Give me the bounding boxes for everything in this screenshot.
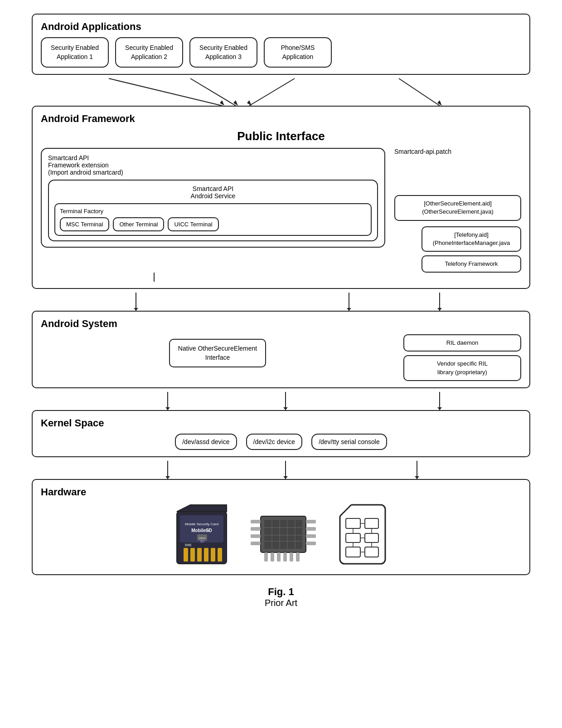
svg-rect-62: [306, 520, 316, 523]
svg-rect-75: [346, 547, 360, 557]
msc-terminal: MSC Terminal: [60, 217, 109, 231]
smartcard-api-framework-label: Smartcard APIFramework extension(Import …: [48, 154, 378, 176]
svg-rect-73: [346, 533, 360, 542]
svg-rect-40: [211, 548, 215, 562]
framework-connector-svg: [41, 273, 521, 282]
other-terminal: Other Terminal: [113, 217, 164, 231]
connector-svg-1: [32, 78, 530, 106]
native-interface-box: Native OtherSecureElementInterface: [169, 339, 266, 367]
fig-number: Fig. 1: [32, 586, 530, 598]
kernel-space-title: Kernel Space: [41, 417, 521, 429]
android-framework-layer: Android Framework Public Interface Smart…: [32, 106, 530, 289]
terminal-factory-label: Terminal Factory: [60, 208, 366, 215]
svg-marker-20: [437, 407, 442, 410]
svg-rect-41: [218, 548, 222, 562]
figure-caption: Fig. 1 Prior Art: [32, 586, 530, 608]
svg-marker-6: [247, 100, 252, 106]
svg-line-0: [109, 78, 222, 106]
android-system-layer: Android System Native OtherSecureElement…: [32, 311, 530, 388]
svg-rect-72: [365, 518, 378, 528]
svg-text:Mobile Security Card: Mobile Security Card: [185, 522, 218, 526]
svg-rect-37: [190, 548, 195, 562]
diagram: Android Applications Security EnabledApp…: [32, 14, 530, 608]
svg-rect-38: [197, 548, 202, 562]
kernel-space-layer: Kernel Space /dev/assd device /dev/i2c d…: [32, 410, 530, 457]
svg-rect-76: [365, 547, 378, 557]
svg-marker-28: [177, 505, 227, 512]
app-security-1: Security EnabledApplication 1: [41, 37, 109, 68]
svg-rect-36: [184, 548, 188, 562]
svg-rect-59: [251, 527, 261, 531]
svg-rect-64: [306, 534, 316, 538]
app-security-3: Security EnabledApplication 3: [189, 37, 257, 68]
android-applications-title: Android Applications: [41, 21, 521, 33]
smartcard-api-patch-label: Smartcard-api.patch: [394, 148, 521, 155]
svg-line-2: [249, 78, 295, 106]
svg-rect-60: [251, 534, 261, 538]
svg-rect-71: [346, 518, 360, 528]
assd-device-box: /dev/assd device: [175, 434, 237, 450]
svg-rect-65: [306, 542, 316, 545]
svg-marker-26: [415, 476, 419, 479]
svg-rect-52: [264, 552, 268, 562]
kernel-content: /dev/assd device /dev/i2c device /dev/tt…: [41, 434, 521, 450]
ril-daemon-box: RIL daemon: [403, 334, 521, 352]
svg-line-3: [399, 78, 440, 106]
kernel-hardware-svg: [32, 461, 530, 479]
svg-rect-54: [277, 552, 281, 562]
svg-rect-56: [290, 552, 293, 562]
app-phone-sms: Phone/SMSApplication: [264, 37, 332, 68]
sim-card-svg: [338, 503, 388, 566]
app-to-framework-connectors: [32, 78, 530, 106]
public-interface-label: Public Interface: [41, 129, 521, 143]
sd-card: Mobile Security Card MobileSD Lite micro…: [174, 503, 229, 568]
svg-rect-53: [271, 552, 274, 562]
ril-col: RIL daemon Vendor specific RILlibrary (p…: [403, 334, 521, 381]
fig-subtitle: Prior Art: [32, 598, 530, 608]
other-secure-element-box: [OtherSecureElement.aid](OtherSecureElem…: [394, 195, 521, 220]
android-framework-title: Android Framework: [41, 113, 521, 125]
svg-marker-22: [165, 476, 170, 479]
system-to-kernel-connector: [32, 392, 530, 410]
svg-rect-55: [283, 552, 287, 562]
svg-rect-58: [251, 520, 261, 523]
vendor-ril-box: Vendor specific RILlibrary (proprietary): [403, 355, 521, 381]
smartcard-outer-box: Smartcard APIFramework extension(Import …: [41, 148, 385, 248]
svg-marker-18: [283, 407, 288, 410]
smartcard-api-service-box: Smartcard APIAndroid Service Terminal Fa…: [48, 180, 378, 241]
terminals-row: MSC Terminal Other Terminal UICC Termina…: [60, 217, 366, 231]
framework-to-system-connector: [32, 293, 530, 311]
hardware-title: Hardware: [41, 486, 521, 498]
apps-row: Security EnabledApplication 1 Security E…: [41, 37, 521, 68]
sim-card: [338, 503, 388, 568]
hardware-content: Mobile Security Card MobileSD Lite micro…: [41, 503, 521, 568]
smartcard-api-service-label: Smartcard APIAndroid Service: [54, 185, 372, 200]
android-applications-layer: Android Applications Security EnabledApp…: [32, 14, 530, 75]
svg-marker-16: [165, 407, 170, 410]
svg-text:Lite: Lite: [205, 529, 210, 532]
ic-chip-svg: [247, 507, 320, 562]
ic-chip: [247, 507, 320, 563]
system-kernel-svg: [32, 392, 530, 410]
svg-rect-61: [251, 542, 261, 545]
uicc-terminal: UICC Terminal: [168, 217, 218, 231]
svg-rect-39: [204, 548, 208, 562]
framework-bottom-connector: [41, 273, 521, 282]
framework-system-svg: [32, 293, 530, 311]
svg-rect-57: [296, 552, 300, 562]
i2c-device-box: /dev/i2c device: [246, 434, 303, 450]
sd-card-svg: Mobile Security Card MobileSD Lite micro…: [174, 503, 229, 566]
tty-device-box: /dev/tty serial console: [311, 434, 387, 450]
hardware-layer: Hardware Mobile Security Card MobileSD L…: [32, 479, 530, 575]
telefony-framework-box: Telefony Framework: [422, 255, 521, 273]
svg-text:SD: SD: [200, 540, 204, 543]
kernel-to-hardware-connector: [32, 461, 530, 479]
app-security-2: Security EnabledApplication 2: [115, 37, 183, 68]
svg-line-1: [190, 78, 236, 106]
svg-rect-74: [365, 533, 378, 542]
svg-text:micro: micro: [199, 537, 206, 539]
svg-text:SME: SME: [184, 543, 192, 547]
telefony-aid-box: [Telefony.aid](PhoneInterfaceManager.jav…: [422, 226, 521, 252]
svg-rect-63: [306, 527, 316, 531]
terminal-factory-box: Terminal Factory MSC Terminal Other Term…: [54, 203, 372, 236]
